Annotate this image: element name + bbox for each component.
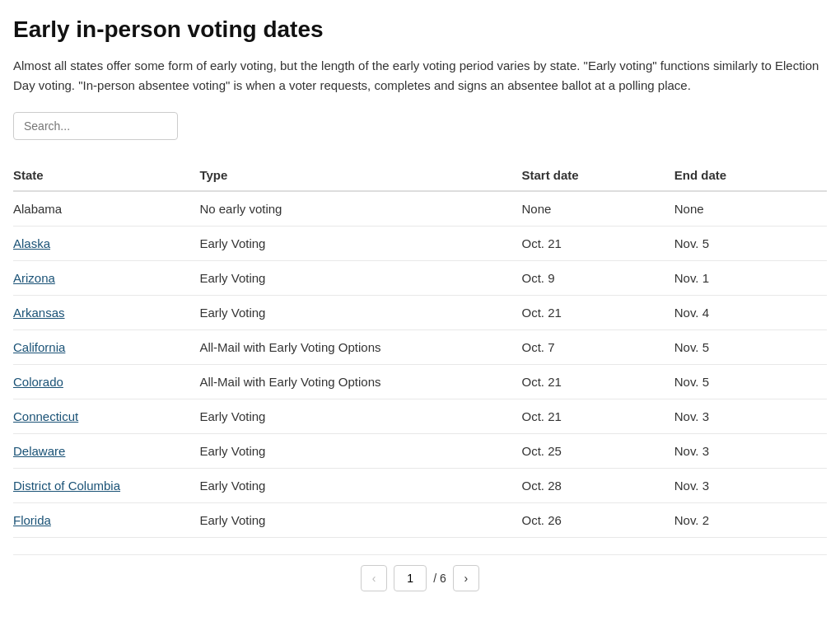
cell-state: Florida (13, 503, 199, 538)
search-container (13, 112, 827, 140)
page-total: / 6 (433, 572, 446, 585)
cell-start-date: Oct. 21 (521, 399, 674, 434)
cell-start-date: Oct. 21 (521, 365, 674, 399)
cell-start-date: Oct. 9 (521, 261, 674, 296)
table-row: DelawareEarly VotingOct. 25Nov. 3 (13, 434, 827, 469)
state-link[interactable]: Florida (13, 513, 51, 527)
cell-state: Colorado (13, 365, 199, 399)
pagination: ‹ / 6 › (13, 554, 827, 601)
table-row: ArizonaEarly VotingOct. 9Nov. 1 (13, 261, 827, 296)
cell-end-date: Nov. 5 (674, 365, 827, 399)
state-link[interactable]: Connecticut (13, 409, 78, 423)
state-link[interactable]: California (13, 340, 65, 354)
col-header-type: Type (199, 160, 521, 191)
cell-start-date: Oct. 26 (521, 503, 674, 538)
table-row: CaliforniaAll-Mail with Early Voting Opt… (13, 330, 827, 365)
col-header-state: State (13, 160, 199, 191)
cell-end-date: Nov. 2 (674, 503, 827, 538)
cell-state: Connecticut (13, 399, 199, 434)
cell-type: Early Voting (199, 399, 521, 434)
cell-end-date: None (674, 191, 827, 227)
state-link[interactable]: Arizona (13, 271, 55, 285)
state-link[interactable]: Colorado (13, 375, 63, 389)
table-row: ColoradoAll-Mail with Early Voting Optio… (13, 365, 827, 399)
cell-type: Early Voting (199, 227, 521, 261)
cell-start-date: None (521, 191, 674, 227)
cell-end-date: Nov. 1 (674, 261, 827, 296)
state-link[interactable]: District of Columbia (13, 479, 120, 493)
col-header-start-date: Start date (521, 160, 674, 191)
cell-type: Early Voting (199, 503, 521, 538)
cell-start-date: Oct. 25 (521, 434, 674, 469)
cell-end-date: Nov. 5 (674, 330, 827, 365)
state-link[interactable]: Delaware (13, 444, 65, 458)
cell-start-date: Oct. 28 (521, 469, 674, 503)
cell-start-date: Oct. 7 (521, 330, 674, 365)
cell-start-date: Oct. 21 (521, 296, 674, 330)
cell-type: No early voting (199, 191, 521, 227)
cell-state: Delaware (13, 434, 199, 469)
table-row: AlaskaEarly VotingOct. 21Nov. 5 (13, 227, 827, 261)
prev-page-button[interactable]: ‹ (361, 565, 387, 591)
state-link[interactable]: Alaska (13, 236, 50, 250)
cell-state: Arkansas (13, 296, 199, 330)
next-page-button[interactable]: › (453, 565, 479, 591)
cell-state: California (13, 330, 199, 365)
table-row: ArkansasEarly VotingOct. 21Nov. 4 (13, 296, 827, 330)
cell-end-date: Nov. 4 (674, 296, 827, 330)
cell-end-date: Nov. 3 (674, 434, 827, 469)
cell-type: Early Voting (199, 469, 521, 503)
state-link[interactable]: Arkansas (13, 306, 65, 320)
page-number-input[interactable] (394, 565, 427, 591)
cell-end-date: Nov. 3 (674, 399, 827, 434)
table-row: District of ColumbiaEarly VotingOct. 28N… (13, 469, 827, 503)
voting-dates-table: State Type Start date End date AlabamaNo… (13, 160, 827, 538)
cell-type: Early Voting (199, 296, 521, 330)
cell-type: Early Voting (199, 434, 521, 469)
cell-type: Early Voting (199, 261, 521, 296)
search-input[interactable] (13, 112, 178, 140)
cell-state: Alaska (13, 227, 199, 261)
table-row: AlabamaNo early votingNoneNone (13, 191, 827, 227)
cell-end-date: Nov. 5 (674, 227, 827, 261)
cell-end-date: Nov. 3 (674, 469, 827, 503)
cell-start-date: Oct. 21 (521, 227, 674, 261)
cell-state: Arizona (13, 261, 199, 296)
col-header-end-date: End date (674, 160, 827, 191)
cell-type: All-Mail with Early Voting Options (199, 330, 521, 365)
table-row: ConnecticutEarly VotingOct. 21Nov. 3 (13, 399, 827, 434)
cell-type: All-Mail with Early Voting Options (199, 365, 521, 399)
cell-state: Alabama (13, 191, 199, 227)
table-row: FloridaEarly VotingOct. 26Nov. 2 (13, 503, 827, 538)
page-title: Early in-person voting dates (13, 16, 827, 43)
table-header-row: State Type Start date End date (13, 160, 827, 191)
page-description: Almost all states offer some form of ear… (13, 56, 820, 96)
cell-state: District of Columbia (13, 469, 199, 503)
